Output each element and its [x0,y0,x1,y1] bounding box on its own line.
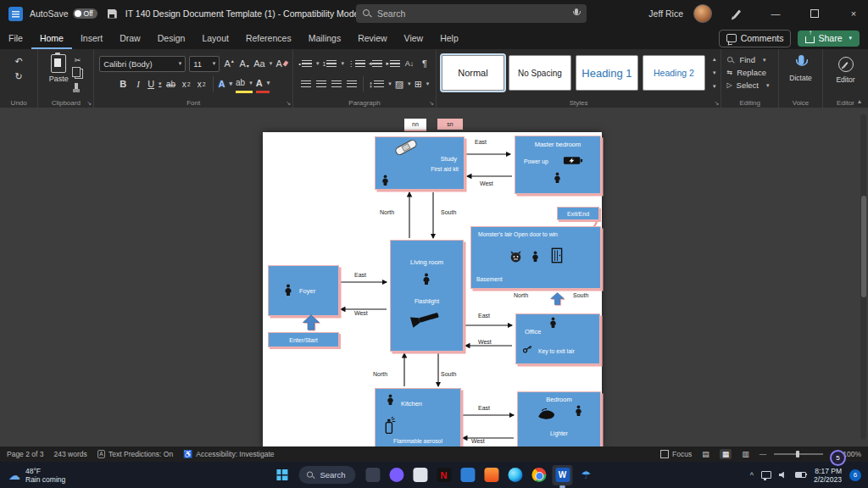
enter-start-chip[interactable]: Enter/Start [268,332,339,347]
clipboard-dialog-launcher[interactable]: ↘ [86,100,92,107]
scrollbar-thumb[interactable] [861,196,866,297]
close-button[interactable]: × [839,0,868,27]
maximize-button[interactable] [800,0,829,27]
styles-dialog-launcher[interactable]: ↘ [715,100,720,107]
taskbar-search[interactable]: Search [298,466,355,484]
line-spacing-button[interactable]: ↕▾ [369,76,392,92]
hidden-icons-chevron[interactable]: ^ [750,471,754,480]
show-formatting-marks-button[interactable]: ¶ [419,56,431,71]
align-right-button[interactable] [331,76,342,92]
superscript-button[interactable]: x2 [196,76,208,92]
tab-review[interactable]: Review [349,27,395,49]
room-foyer[interactable]: Foyer [268,265,339,316]
justify-button[interactable] [346,76,358,92]
replace-button[interactable]: ⇆Replace [726,66,766,79]
search-box[interactable]: Search [356,4,587,23]
strikethrough-button[interactable]: ab [165,76,177,92]
word-taskbar-icon[interactable]: W [553,465,573,485]
zoom-out-button[interactable]: — [760,450,767,458]
room-monsters-lair[interactable]: Monster's lair Open door to win Basement [470,226,601,289]
tab-view[interactable]: View [396,27,432,49]
document-page[interactable]: Study First aid kit Master bedroom Power… [263,132,602,446]
umbrella-app-icon[interactable]: ☂ [576,465,597,485]
print-layout-button[interactable]: ▦ [720,449,732,459]
save-icon[interactable] [108,9,117,19]
undo-button[interactable]: ↶ [13,53,25,69]
tab-mailings[interactable]: Mailings [300,27,350,49]
align-left-button[interactable] [300,76,312,92]
increase-indent-button[interactable]: ▸ [386,56,400,71]
tab-design[interactable]: Design [149,27,194,49]
edge-icon[interactable] [505,465,526,485]
document-canvas[interactable]: nn sn [0,108,868,446]
focus-button[interactable]: Focus [660,450,692,458]
room-office[interactable]: Office Key to exit lair [515,313,600,364]
styles-scroll-down[interactable]: ▾ [713,69,716,76]
find-button[interactable]: Find▾ [726,53,765,66]
tab-references[interactable]: References [237,27,300,49]
numbering-button[interactable]: 1▾ [322,56,343,71]
styles-gallery-expand[interactable]: ▾ [713,83,716,90]
netflix-icon[interactable]: N [434,465,454,485]
read-mode-button[interactable]: ▤ [699,449,712,459]
exit-end-chip[interactable]: Exit/End [557,207,599,220]
bullets-button[interactable]: •▾ [298,56,319,71]
shading-button[interactable]: ▨▾ [395,76,411,92]
redo-button[interactable]: ↻ [13,69,25,84]
room-living-room[interactable]: Living room Flashlight [390,240,464,352]
change-case-button[interactable]: Aa▾ [253,56,272,71]
style-heading-2[interactable]: Heading 2 [643,55,705,91]
tab-layout[interactable]: Layout [193,27,237,49]
decrease-indent-button[interactable]: ◂ [369,56,383,71]
subscript-button[interactable]: x2 [181,76,192,92]
tab-draw[interactable]: Draw [111,27,149,49]
autosave-switch[interactable]: Off [73,8,97,19]
paragraph-dialog-launcher[interactable]: ↘ [429,100,434,107]
comments-button[interactable]: Comments [719,30,792,47]
pinned-app-icon-2[interactable] [387,465,407,485]
tab-help[interactable]: Help [431,27,467,49]
align-center-button[interactable] [315,76,327,92]
underline-button[interactable]: U▾ [147,76,161,92]
user-name[interactable]: Jeff Rice [648,8,683,19]
web-layout-button[interactable]: ▥ [739,449,752,459]
style-no-spacing[interactable]: No Spacing [509,55,571,91]
cut-button[interactable]: ✂ [75,56,83,64]
vertical-scrollbar[interactable] [860,114,866,440]
multilevel-list-button[interactable]: ⋮ [348,56,365,71]
tab-home[interactable]: Home [31,27,72,49]
text-effects-button[interactable]: A▾ [219,76,232,92]
room-study[interactable]: Study First aid kit [375,136,465,190]
ink-pen-icon[interactable] [722,0,751,27]
pinned-app-icon-3[interactable] [410,465,431,485]
word-count[interactable]: 243 words [53,450,86,458]
font-size-select[interactable]: 11▾ [189,56,220,72]
notification-count-badge[interactable]: 6 [849,469,861,481]
collapse-ribbon-button[interactable]: ▴ [858,97,861,105]
start-button[interactable] [271,465,292,485]
pinned-app-icon-4[interactable] [458,465,478,485]
tab-file[interactable]: File [0,27,31,49]
font-dialog-launcher[interactable]: ↘ [286,100,291,107]
word-app-icon[interactable] [8,7,23,21]
pinned-app-icon-1[interactable] [363,465,383,485]
share-button[interactable]: Share▾ [798,30,860,47]
style-normal[interactable]: Normal [442,55,504,91]
format-painter-button[interactable] [75,83,78,89]
battery-icon[interactable] [795,472,806,479]
font-color-button[interactable]: A▾ [256,75,270,93]
text-predictions[interactable]: AText Predictions: On [97,450,173,458]
pinned-app-icon-5[interactable] [481,465,502,485]
autosave-toggle[interactable]: AutoSave Off [30,8,97,19]
tab-insert[interactable]: Insert [72,27,111,49]
sort-button[interactable]: A↓ [403,56,415,71]
paste-button[interactable]: Paste [49,54,69,83]
room-kitchen[interactable]: Kitchen Flammable aerosol [375,388,461,446]
dictate-button[interactable]: Dictate [789,53,811,82]
zoom-slider[interactable] [774,453,823,455]
zoom-slider-thumb[interactable] [796,451,799,458]
bold-button[interactable]: B [117,76,129,92]
taskbar-weather[interactable]: ☁ 48°FRain coming [0,467,65,484]
shrink-font-button[interactable]: A▾ [238,56,250,71]
highlight-button[interactable]: ab▾ [236,75,253,93]
